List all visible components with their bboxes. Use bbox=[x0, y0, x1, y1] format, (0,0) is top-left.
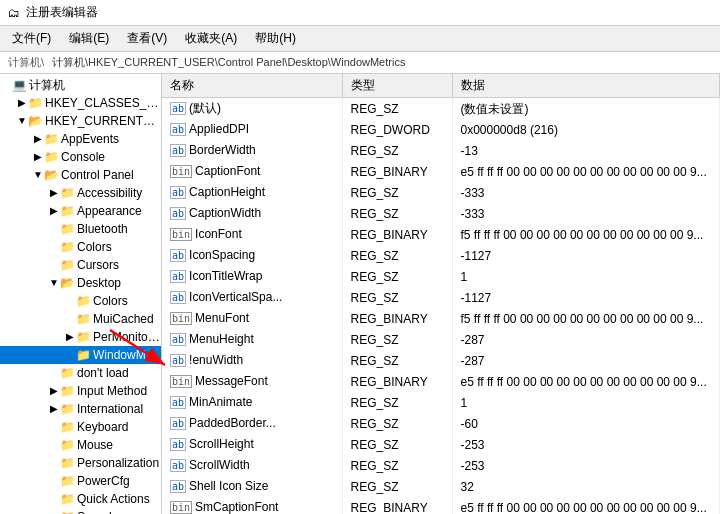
table-row[interactable]: abIconVerticalSpa... REG_SZ -1127 bbox=[162, 287, 720, 308]
cell-data: (数值未设置) bbox=[452, 98, 720, 120]
tree-toggle[interactable]: ▶ bbox=[48, 401, 60, 417]
tree-toggle[interactable]: ▶ bbox=[32, 131, 44, 147]
registry-table: 名称 类型 数据 ab(默认) REG_SZ (数值未设置) abApplied… bbox=[162, 74, 720, 514]
reg-sz-icon: ab bbox=[170, 291, 186, 304]
tree-node-colors2[interactable]: 📁Colors bbox=[0, 292, 161, 310]
tree-node-appevents[interactable]: ▶📁AppEvents bbox=[0, 130, 161, 148]
table-row[interactable]: abAppliedDPI REG_DWORD 0x000000d8 (216) bbox=[162, 119, 720, 140]
tree-node-bluetooth[interactable]: 📁Bluetooth bbox=[0, 220, 161, 238]
tree-node-hkcr[interactable]: ▶📁HKEY_CLASSES_ROOT bbox=[0, 94, 161, 112]
table-row[interactable]: abIconTitleWrap REG_SZ 1 bbox=[162, 266, 720, 287]
table-row[interactable]: binSmCaptionFont REG_BINARY e5 ff ff ff … bbox=[162, 497, 720, 514]
table-row[interactable]: abScrollWidth REG_SZ -253 bbox=[162, 455, 720, 476]
table-row[interactable]: abIconSpacing REG_SZ -1127 bbox=[162, 245, 720, 266]
reg-binary-icon: bin bbox=[170, 501, 192, 514]
table-row[interactable]: binMessageFont REG_BINARY e5 ff ff ff 00… bbox=[162, 371, 720, 392]
reg-sz-icon: ab bbox=[170, 249, 186, 262]
table-row[interactable]: abScrollHeight REG_SZ -253 bbox=[162, 434, 720, 455]
tree-toggle[interactable]: ▶ bbox=[16, 95, 28, 111]
tree-node-quickactions[interactable]: 📁Quick Actions bbox=[0, 490, 161, 508]
tree-node-appearance[interactable]: ▶📁Appearance bbox=[0, 202, 161, 220]
cell-data: 1 bbox=[452, 392, 720, 413]
folder-icon: 📂 bbox=[28, 113, 43, 129]
tree-toggle[interactable]: ▶ bbox=[48, 383, 60, 399]
table-row[interactable]: ab!enuWidth REG_SZ -287 bbox=[162, 350, 720, 371]
menu-item[interactable]: 收藏夹(A) bbox=[177, 28, 245, 49]
cell-data: -333 bbox=[452, 182, 720, 203]
tree-node-permonitor[interactable]: ▶📁PerMonitorSettings bbox=[0, 328, 161, 346]
table-row[interactable]: abMenuHeight REG_SZ -287 bbox=[162, 329, 720, 350]
cell-data: -253 bbox=[452, 434, 720, 455]
reg-sz-icon: ab bbox=[170, 144, 186, 157]
tree-label: PerMonitorSettings bbox=[93, 329, 161, 345]
window-title: 注册表编辑器 bbox=[26, 4, 98, 21]
menu-item[interactable]: 查看(V) bbox=[119, 28, 175, 49]
table-row[interactable]: binCaptionFont REG_BINARY e5 ff ff ff 00… bbox=[162, 161, 720, 182]
tree-node-hkcu[interactable]: ▼📂HKEY_CURRENT_USER bbox=[0, 112, 161, 130]
menu-item[interactable]: 帮助(H) bbox=[247, 28, 304, 49]
table-row[interactable]: abCaptionWidth REG_SZ -333 bbox=[162, 203, 720, 224]
tree-node-mouse[interactable]: 📁Mouse bbox=[0, 436, 161, 454]
tree-node-inputmethod[interactable]: ▶📁Input Method bbox=[0, 382, 161, 400]
tree-node-controlpanel[interactable]: ▼📂Control Panel bbox=[0, 166, 161, 184]
cell-data: f5 ff ff ff 00 00 00 00 00 00 00 00 00 0… bbox=[452, 308, 720, 329]
table-row[interactable]: ab(默认) REG_SZ (数值未设置) bbox=[162, 98, 720, 120]
cell-name: ab!enuWidth bbox=[162, 350, 342, 371]
cell-name: abCaptionWidth bbox=[162, 203, 342, 224]
tree-node-keyboard[interactable]: 📁Keyboard bbox=[0, 418, 161, 436]
tree-node-colors[interactable]: 📁Colors bbox=[0, 238, 161, 256]
table-row[interactable]: binMenuFont REG_BINARY f5 ff ff ff 00 00… bbox=[162, 308, 720, 329]
cell-data: 1 bbox=[452, 266, 720, 287]
tree-node-dontload[interactable]: 📁don't load bbox=[0, 364, 161, 382]
reg-sz-icon: ab bbox=[170, 417, 186, 430]
tree-toggle[interactable]: ▼ bbox=[32, 167, 44, 183]
tree-node-console[interactable]: ▶📁Console bbox=[0, 148, 161, 166]
reg-sz-icon: ab bbox=[170, 354, 186, 367]
folder-icon: 📁 bbox=[60, 509, 75, 514]
cell-type: REG_SZ bbox=[342, 329, 452, 350]
tree-panel[interactable]: 💻计算机▶📁HKEY_CLASSES_ROOT▼📂HKEY_CURRENT_US… bbox=[0, 74, 162, 514]
cell-data: 32 bbox=[452, 476, 720, 497]
tree-toggle[interactable]: ▶ bbox=[48, 185, 60, 201]
cell-data: e5 ff ff ff 00 00 00 00 00 00 00 00 00 0… bbox=[452, 161, 720, 182]
menu-item[interactable]: 编辑(E) bbox=[61, 28, 117, 49]
main-container: 💻计算机▶📁HKEY_CLASSES_ROOT▼📂HKEY_CURRENT_US… bbox=[0, 74, 720, 514]
tree-node-desktop[interactable]: ▼📂Desktop bbox=[0, 274, 161, 292]
tree-node-personalization[interactable]: 📁Personalization bbox=[0, 454, 161, 472]
tree-node-powercfg[interactable]: 📁PowerCfg bbox=[0, 472, 161, 490]
tree-toggle[interactable]: ▶ bbox=[48, 203, 60, 219]
reg-sz-icon: ab bbox=[170, 396, 186, 409]
table-row[interactable]: abCaptionHeight REG_SZ -333 bbox=[162, 182, 720, 203]
table-row[interactable]: abBorderWidth REG_SZ -13 bbox=[162, 140, 720, 161]
cell-type: REG_DWORD bbox=[342, 119, 452, 140]
tree-toggle[interactable]: ▼ bbox=[16, 113, 28, 129]
tree-toggle[interactable]: ▶ bbox=[64, 329, 76, 345]
tree-node-international[interactable]: ▶📁International bbox=[0, 400, 161, 418]
tree-node-muicached[interactable]: 📁MuiCached bbox=[0, 310, 161, 328]
table-row[interactable]: abPaddedBorder... REG_SZ -60 bbox=[162, 413, 720, 434]
table-row[interactable]: abShell Icon Size REG_SZ 32 bbox=[162, 476, 720, 497]
menu-item[interactable]: 文件(F) bbox=[4, 28, 59, 49]
cell-name: abPaddedBorder... bbox=[162, 413, 342, 434]
cell-type: REG_SZ bbox=[342, 266, 452, 287]
tree-node-accessibility[interactable]: ▶📁Accessibility bbox=[0, 184, 161, 202]
tree-label: Bluetooth bbox=[77, 221, 128, 237]
tree-node-cursors[interactable]: 📁Cursors bbox=[0, 256, 161, 274]
tree-node-computer[interactable]: 💻计算机 bbox=[0, 76, 161, 94]
col-name: 名称 bbox=[162, 74, 342, 98]
right-panel[interactable]: 名称 类型 数据 ab(默认) REG_SZ (数值未设置) abApplied… bbox=[162, 74, 720, 514]
cell-data: f5 ff ff ff 00 00 00 00 00 00 00 00 00 0… bbox=[452, 224, 720, 245]
tree-toggle[interactable]: ▼ bbox=[48, 275, 60, 291]
folder-icon: 💻 bbox=[12, 77, 27, 93]
tree-node-sound[interactable]: 📁Sound bbox=[0, 508, 161, 514]
reg-binary-icon: bin bbox=[170, 228, 192, 241]
reg-sz-icon: ab bbox=[170, 480, 186, 493]
table-row[interactable]: binIconFont REG_BINARY f5 ff ff ff 00 00… bbox=[162, 224, 720, 245]
table-row[interactable]: abMinAnimate REG_SZ 1 bbox=[162, 392, 720, 413]
reg-binary-icon: bin bbox=[170, 375, 192, 388]
tree-node-windowmetrics[interactable]: 📁WindowMetrics bbox=[0, 346, 161, 364]
tree-toggle[interactable]: ▶ bbox=[32, 149, 44, 165]
tree-label: HKEY_CLASSES_ROOT bbox=[45, 95, 161, 111]
cell-type: REG_SZ bbox=[342, 98, 452, 120]
cell-name: binCaptionFont bbox=[162, 161, 342, 182]
